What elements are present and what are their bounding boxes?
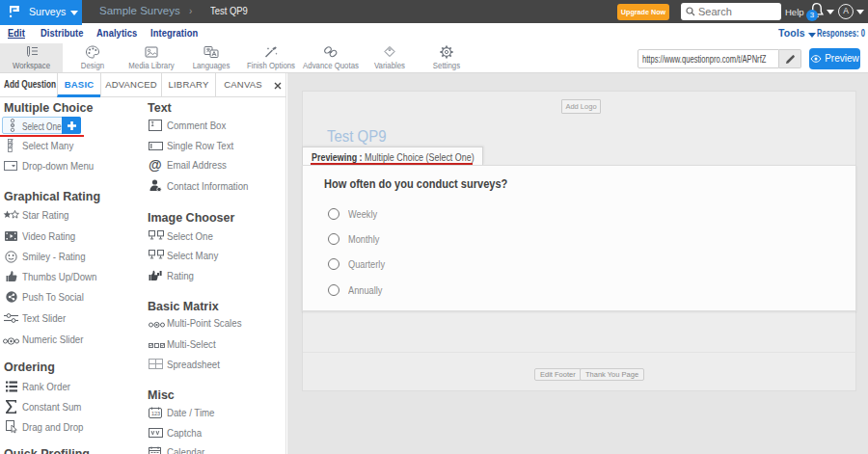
svg-text:123: 123 [151,411,160,416]
